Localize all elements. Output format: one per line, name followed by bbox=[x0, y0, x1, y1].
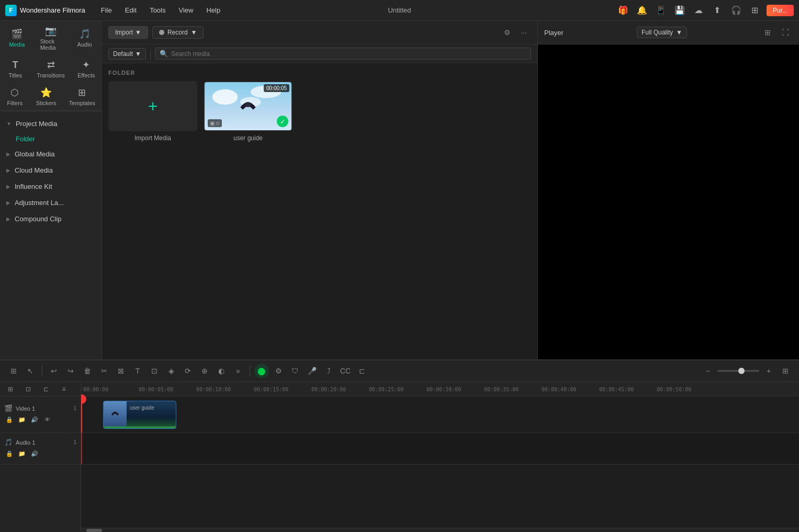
color-icon[interactable]: ◐ bbox=[214, 364, 229, 378]
search-input[interactable] bbox=[171, 50, 526, 58]
menu-bar: F Wondershare Filmora File Edit Tools Vi… bbox=[0, 0, 799, 21]
save-icon[interactable]: 💾 bbox=[672, 3, 687, 18]
more-tools-icon[interactable]: » bbox=[231, 364, 245, 378]
menu-view[interactable]: View bbox=[173, 4, 198, 16]
purchase-button[interactable]: Pur... bbox=[767, 5, 794, 16]
toolbar-titles[interactable]: T Titles bbox=[0, 55, 30, 83]
audio-track-row bbox=[81, 433, 799, 465]
stabilize-icon[interactable]: ⊕ bbox=[197, 364, 212, 378]
caption-icon[interactable]: CC bbox=[338, 364, 353, 378]
select-tool-icon[interactable]: ↖ bbox=[23, 364, 38, 378]
toolbar-transitions[interactable]: ⇄ Transitions bbox=[30, 55, 71, 83]
import-button[interactable]: Import ▼ bbox=[108, 26, 148, 39]
right-toolbar-icons: 🎁 🔔 📱 💾 ☁ ⬆ 🎧 ⊞ Pur... bbox=[616, 3, 794, 18]
quality-select[interactable]: Full Quality ▼ bbox=[637, 27, 687, 38]
video-clip-user-guide[interactable]: user guide bbox=[103, 401, 176, 429]
chevron-right-icon: ▶ bbox=[6, 200, 10, 206]
toolbar-media[interactable]: 🎬 Media bbox=[0, 21, 34, 55]
voice-icon[interactable]: 🎤 bbox=[305, 364, 319, 378]
track-height-icon[interactable]: ≡ bbox=[57, 382, 71, 397]
settings-icon[interactable]: ⚙ bbox=[271, 364, 286, 378]
filter-icon[interactable]: ⚙ bbox=[500, 25, 514, 40]
sidebar-item-cloud-media[interactable]: ▶ Cloud Media bbox=[0, 162, 102, 178]
zoom-in-icon[interactable]: + bbox=[761, 364, 776, 378]
ruler-mark-0: 00:00:00 bbox=[81, 386, 139, 392]
menu-edit[interactable]: Edit bbox=[120, 4, 142, 16]
upload-icon[interactable]: ⬆ bbox=[710, 3, 725, 18]
timeline-scrollbar[interactable] bbox=[81, 528, 799, 532]
toolbar-stickers[interactable]: ⭐ Stickers bbox=[30, 83, 63, 110]
fullscreen-grid-icon[interactable]: ⊞ bbox=[760, 25, 775, 40]
timeline-ruler[interactable]: 00:00:00 00:00:05:00 00:00:10:00 00:00:1… bbox=[81, 382, 799, 397]
stickers-icon: ⭐ bbox=[40, 87, 52, 98]
sort-select[interactable]: Default ▼ bbox=[108, 48, 146, 60]
mask-icon[interactable]: ◈ bbox=[164, 364, 178, 378]
toolbar-audio[interactable]: 🎵 Audio bbox=[67, 21, 102, 55]
sidebar-item-compound-clip[interactable]: ▶ Compound Clip bbox=[0, 211, 102, 227]
scene-icon[interactable]: ⊞ bbox=[6, 364, 21, 378]
transitions-icon: ⇄ bbox=[47, 59, 55, 71]
text-icon[interactable]: T bbox=[130, 364, 145, 378]
toolbar-stock-media[interactable]: 📷 Stock Media bbox=[34, 21, 68, 55]
volume-track-icon[interactable]: 🔊 bbox=[29, 414, 40, 425]
scrollbar-thumb[interactable] bbox=[86, 529, 102, 532]
cut-icon[interactable]: ✂ bbox=[97, 364, 111, 378]
gift-icon[interactable]: 🎁 bbox=[616, 3, 631, 18]
ruler-mark-30: 00:00:30:00 bbox=[426, 386, 484, 392]
video-camera-icon: 🎬 bbox=[4, 404, 13, 412]
app-name: Wondershare Filmora bbox=[20, 6, 85, 14]
notification-icon[interactable]: 🔔 bbox=[635, 3, 649, 18]
media-toolbar: Import ▼ Record ▼ ⚙ ··· bbox=[102, 21, 537, 44]
sidebar-item-adjustment-layer[interactable]: ▶ Adjustment La... bbox=[0, 195, 102, 211]
user-guide-thumb[interactable]: 00:00:05 ▣ ⊙ ✓ bbox=[204, 81, 292, 131]
layout-icon[interactable]: ⊞ bbox=[748, 3, 762, 18]
active-tool-icon[interactable]: ⬤ bbox=[254, 364, 269, 378]
device-icon[interactable]: 📱 bbox=[654, 3, 668, 18]
crop-icon[interactable]: ⊠ bbox=[114, 364, 128, 378]
transform-icon[interactable]: ⊡ bbox=[147, 364, 162, 378]
cloud-icon[interactable]: ☁ bbox=[691, 3, 706, 18]
user-guide-item[interactable]: 00:00:05 ▣ ⊙ ✓ user guide bbox=[204, 81, 292, 142]
export-icon[interactable]: ⤴ bbox=[321, 364, 336, 378]
audio-lock-icon[interactable]: 🔒 bbox=[4, 448, 15, 459]
shield-icon[interactable]: 🛡 bbox=[288, 364, 302, 378]
undo-icon[interactable]: ↩ bbox=[47, 364, 61, 378]
sidebar-item-influence-kit[interactable]: ▶ Influence Kit bbox=[0, 178, 102, 195]
folder-icon[interactable]: 📁 bbox=[17, 414, 27, 425]
menu-file[interactable]: File bbox=[96, 4, 117, 16]
zoom-out-icon[interactable]: − bbox=[701, 364, 715, 378]
sidebar-item-global-media[interactable]: ▶ Global Media bbox=[0, 146, 102, 162]
logo-icon: F bbox=[5, 5, 17, 16]
expand-icon[interactable]: ⛶ bbox=[778, 25, 793, 40]
toolbar-templates[interactable]: ⊞ Templates bbox=[63, 83, 102, 110]
loop-icon[interactable]: ⊏ bbox=[355, 364, 369, 378]
redo-icon[interactable]: ↪ bbox=[63, 364, 78, 378]
audio-volume-icon[interactable]: 🔊 bbox=[29, 448, 40, 459]
clip-mode-icon[interactable]: ⊡ bbox=[21, 382, 36, 397]
playhead-marker[interactable] bbox=[81, 397, 82, 433]
delete-icon[interactable]: 🗑 bbox=[80, 364, 95, 378]
add-track-icon[interactable]: ⊞ bbox=[3, 382, 18, 397]
audio-folder-icon[interactable]: 📁 bbox=[17, 448, 27, 459]
import-media-thumb[interactable]: + bbox=[108, 81, 197, 131]
more-options-icon[interactable]: ··· bbox=[516, 25, 531, 40]
grid-view-icon[interactable]: ⊞ bbox=[778, 364, 793, 378]
ruler-mark-50: 00:00:50:00 bbox=[657, 386, 714, 392]
snap-icon[interactable]: ⊏ bbox=[39, 382, 53, 397]
headphones-icon[interactable]: 🎧 bbox=[729, 3, 744, 18]
menu-help[interactable]: Help bbox=[201, 4, 226, 16]
toolbar-effects[interactable]: ✦ Effects bbox=[71, 55, 102, 83]
titles-icon: T bbox=[13, 60, 18, 71]
import-media-item[interactable]: + Import Media bbox=[108, 81, 197, 142]
media-toolbar-right: ⚙ ··· bbox=[500, 25, 531, 40]
sidebar-item-project-media[interactable]: ▼ Project Media bbox=[0, 116, 102, 132]
eye-icon[interactable]: 👁 bbox=[42, 414, 52, 425]
record-button[interactable]: Record ▼ bbox=[152, 26, 204, 39]
chevron-right-icon: ▶ bbox=[6, 151, 10, 157]
zoom-slider[interactable] bbox=[717, 364, 759, 378]
toolbar-filters[interactable]: ⬡ Filters bbox=[0, 83, 30, 110]
lock-icon[interactable]: 🔒 bbox=[4, 414, 15, 425]
menu-tools[interactable]: Tools bbox=[144, 4, 171, 16]
motion-track-icon[interactable]: ⟳ bbox=[181, 364, 195, 378]
sidebar-sub-folder[interactable]: Folder bbox=[0, 132, 102, 146]
